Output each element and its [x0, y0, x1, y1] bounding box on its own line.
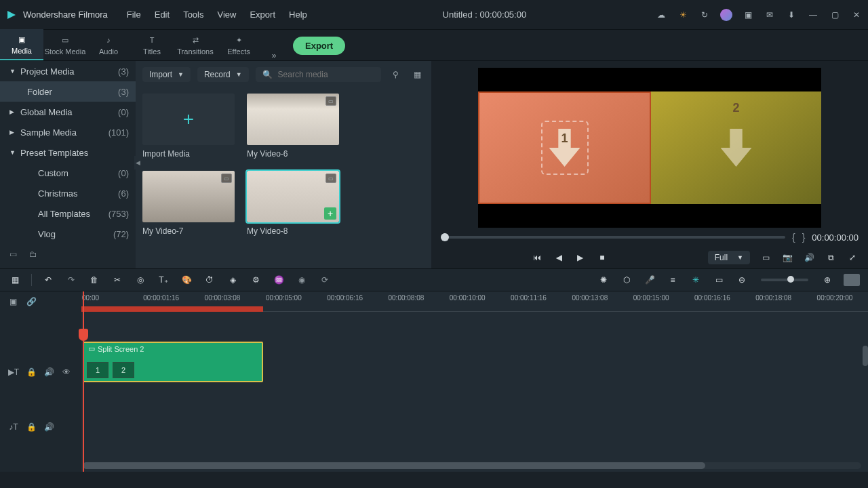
video-track-icon[interactable]: ▶T — [8, 367, 19, 378]
thumb-my-video-7[interactable]: ▭ My Video-7 — [142, 171, 235, 245]
tree-preset-templates[interactable]: ▼Preset Templates — [0, 142, 136, 163]
mixer-icon[interactable]: ≡ — [666, 273, 679, 287]
adjust-icon[interactable]: ⚙ — [249, 273, 262, 287]
tab-stock-media[interactable]: ▭Stock Media — [43, 29, 87, 60]
playhead[interactable] — [83, 291, 84, 472]
import-dropdown[interactable]: Import▼ — [142, 67, 191, 82]
tab-audio[interactable]: ♪Audio — [87, 29, 130, 60]
undo-icon[interactable]: ↶ — [41, 273, 55, 287]
display-icon[interactable]: ▭ — [760, 251, 772, 264]
grid-view-icon[interactable]: ▦ — [410, 67, 425, 82]
preview-quality-dropdown[interactable]: Full▼ — [708, 251, 750, 264]
play-back-icon[interactable]: ▶ — [553, 251, 565, 264]
snapshot-icon[interactable]: 📷 — [781, 251, 793, 264]
thumb-my-video-8[interactable]: ▭+ My Video-8 — [247, 171, 339, 245]
track-mute-icon[interactable]: 🔊 — [43, 367, 54, 378]
close-icon[interactable]: ✕ — [850, 9, 863, 21]
volume-icon[interactable]: 🔊 — [803, 251, 815, 264]
mail-icon[interactable]: ✉ — [764, 9, 776, 21]
color-icon[interactable]: 🎨 — [180, 273, 193, 287]
tag-icon[interactable]: ◈ — [226, 273, 239, 287]
export-button[interactable]: Export — [293, 37, 345, 55]
aspect-icon[interactable]: ▭ — [712, 273, 726, 287]
layout-icon[interactable]: ▦ — [8, 273, 22, 287]
timeline-link-icon[interactable]: ▣ — [9, 297, 17, 306]
scrubber-knob[interactable] — [441, 233, 449, 241]
clip-slot-1[interactable]: 1 — [87, 362, 108, 378]
trash-icon[interactable]: ▭ — [9, 249, 17, 259]
mark-in-button[interactable]: { — [792, 232, 795, 243]
import-media-card[interactable]: + Import Media — [142, 94, 235, 168]
track-lock-icon[interactable]: 🔒 — [26, 422, 37, 432]
playhead-cap-icon[interactable] — [79, 329, 88, 341]
cut-icon[interactable]: ✂ — [111, 273, 124, 287]
motion-icon[interactable]: ⟳ — [318, 273, 332, 287]
tracks-area[interactable]: 00:0000:00:01:1600:00:03:0800:00:05:0000… — [81, 291, 868, 472]
filter-icon[interactable]: ⚲ — [388, 67, 403, 82]
zoom-knob[interactable] — [787, 276, 794, 283]
tree-custom[interactable]: Custom(0) — [0, 163, 136, 183]
menu-tools[interactable]: Tools — [176, 5, 210, 24]
redo-icon[interactable]: ↷ — [64, 273, 78, 287]
search-box[interactable]: 🔍 — [256, 67, 381, 82]
sun-icon[interactable]: ☀ — [677, 9, 689, 21]
zoom-fit-icon[interactable] — [844, 274, 860, 286]
preview-scrubber[interactable] — [441, 236, 785, 239]
clip-slot-2[interactable]: 2 — [113, 362, 134, 378]
tree-folder[interactable]: Folder(3) — [0, 81, 136, 102]
add-to-timeline-icon[interactable]: + — [324, 207, 336, 220]
menu-edit[interactable]: Edit — [148, 5, 176, 24]
tree-christmas[interactable]: Christmas(6) — [0, 183, 136, 203]
voiceover-icon[interactable]: 🎤 — [643, 273, 656, 287]
zoom-in-icon[interactable]: ⊕ — [821, 273, 834, 287]
crop-icon[interactable]: ◎ — [134, 273, 147, 287]
track-mute-icon[interactable]: 🔊 — [43, 422, 54, 432]
mark-out-button[interactable]: } — [802, 232, 806, 243]
tree-vlog[interactable]: Vlog(72) — [0, 224, 136, 244]
new-folder-icon[interactable]: 🗀 — [29, 249, 37, 259]
timeline-magnet-icon[interactable]: 🔗 — [26, 297, 37, 306]
minimize-icon[interactable]: — — [807, 9, 819, 21]
maximize-icon[interactable]: ▢ — [829, 9, 841, 21]
audio-adj-icon[interactable]: ♒ — [272, 273, 285, 287]
zoom-out-icon[interactable]: ⊖ — [735, 273, 749, 287]
tree-sample-media[interactable]: ▶Sample Media(101) — [0, 122, 136, 142]
tree-project-media[interactable]: ▼Project Media(3) — [0, 61, 136, 81]
tab-media[interactable]: ▣Media — [0, 29, 43, 60]
tree-global-media[interactable]: ▶Global Media(0) — [0, 102, 136, 122]
speed-icon[interactable]: ⏱ — [203, 273, 216, 287]
popout-icon[interactable]: ⧉ — [825, 251, 837, 264]
track-lock-icon[interactable]: 🔒 — [26, 367, 37, 378]
cloud-icon[interactable]: ☁ — [655, 9, 667, 21]
preview-viewport[interactable]: 1 2 — [478, 68, 821, 228]
render-icon[interactable]: ✺ — [597, 273, 610, 287]
timeline-hscrollbar[interactable] — [83, 462, 861, 469]
audio-track-icon[interactable]: ♪T — [8, 422, 19, 432]
greenscreen-icon[interactable]: ◉ — [295, 273, 309, 287]
tab-titles[interactable]: TTitles — [130, 29, 174, 60]
timeline-ruler[interactable]: 00:0000:00:01:1600:00:03:0800:00:05:0000… — [81, 291, 868, 312]
menu-help[interactable]: Help — [282, 5, 314, 24]
download-icon[interactable]: ⬇ — [785, 9, 797, 21]
tab-effects[interactable]: ✦Effects — [217, 29, 260, 60]
save-icon[interactable]: ▣ — [742, 9, 754, 21]
menu-file[interactable]: File — [120, 5, 148, 24]
zoom-slider[interactable] — [761, 279, 808, 281]
record-dropdown[interactable]: Record▼ — [197, 67, 249, 82]
play-icon[interactable]: ▶ — [574, 251, 587, 264]
menu-view[interactable]: View — [210, 5, 243, 24]
thumb-my-video-6[interactable]: ▭ My Video-6 — [247, 94, 339, 168]
menu-export[interactable]: Export — [243, 5, 282, 24]
marker-icon[interactable]: ⬡ — [620, 273, 633, 287]
search-input[interactable] — [278, 70, 374, 79]
history-icon[interactable]: ↻ — [698, 9, 711, 21]
expand-icon[interactable]: ⤢ — [846, 251, 859, 264]
timeline-vscrollbar[interactable] — [863, 346, 868, 366]
text-icon[interactable]: T₊ — [157, 273, 170, 287]
track-visibility-icon[interactable]: 👁 — [61, 367, 72, 378]
sidebar-collapse-icon[interactable]: ◀ — [134, 156, 141, 169]
tabs-expand-icon[interactable]: » — [260, 51, 288, 60]
prev-frame-icon[interactable]: ⏮ — [531, 251, 543, 264]
split-drop-zone-2[interactable]: 2 — [651, 92, 821, 204]
delete-icon[interactable]: 🗑 — [87, 273, 101, 287]
